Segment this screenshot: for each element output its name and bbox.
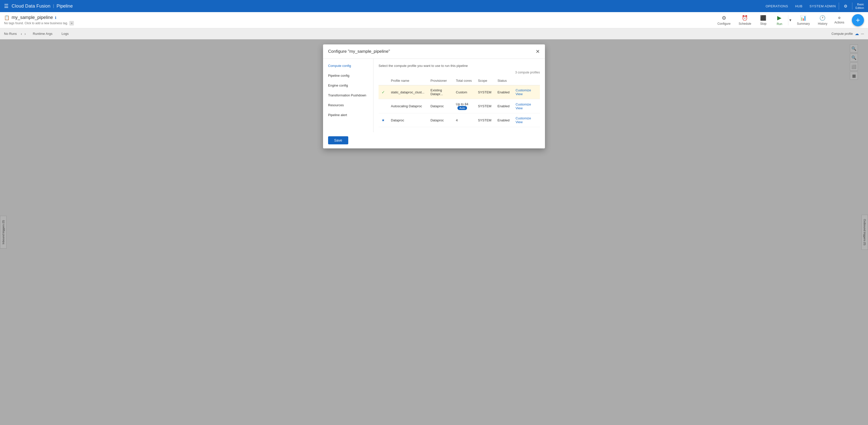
- modal-description: Select the compute profile you want to u…: [378, 64, 540, 68]
- view-link-0[interactable]: View: [516, 92, 523, 96]
- pipeline-type-icon: 📋: [4, 15, 9, 21]
- customize-link-0[interactable]: Customize: [516, 88, 531, 92]
- status-cell: Enabled: [495, 113, 513, 127]
- profile-name-cell: Dataproc: [388, 113, 428, 127]
- provisioner-cell: Existing Datapr...: [428, 85, 453, 99]
- modal-overlay: Configure "my_sample_pipeline" ✕ Compute…: [0, 39, 868, 425]
- add-tag-button[interactable]: +: [69, 21, 74, 26]
- nav-operations[interactable]: OPERATIONS: [766, 4, 788, 8]
- compute-profile-info: Compute profile ☁ —: [831, 31, 864, 36]
- nav-engine-config[interactable]: Engine config: [323, 81, 373, 90]
- schedule-button[interactable]: ⏰ Schedule: [735, 13, 755, 27]
- pipeline-name-row: 📋 my_sample_pipeline ℹ: [4, 15, 714, 21]
- cores-cell: 4: [453, 113, 475, 127]
- nav-pipeline-alert[interactable]: Pipeline alert: [323, 110, 373, 120]
- info-icon[interactable]: ℹ: [55, 16, 56, 20]
- customize-link-1[interactable]: Customize: [516, 103, 531, 106]
- nav-hub[interactable]: HUB: [795, 4, 802, 8]
- modal-sidebar: Compute config Pipeline config Engine co…: [323, 59, 373, 132]
- modal-footer: Save: [323, 132, 545, 148]
- runs-navigation: ‹ ›: [20, 31, 27, 36]
- provisioner-cell: Dataproc: [428, 99, 453, 113]
- actions-label: Actions: [834, 21, 844, 24]
- table-row[interactable]: Autoscaling Dataproc Dataproc Up to 84 A…: [378, 99, 540, 113]
- stop-icon: ⬛: [760, 15, 766, 21]
- cores-cell: Up to 84 Auto: [453, 99, 475, 113]
- stop-button[interactable]: ⬛ Stop: [756, 13, 771, 27]
- configure-label: Configure: [717, 22, 731, 26]
- modal-title: Configure "my_sample_pipeline": [328, 49, 390, 54]
- nav-compute-config[interactable]: Compute config: [323, 61, 373, 71]
- summary-label: Summary: [797, 22, 810, 26]
- col-header-profile-name: Profile name: [388, 76, 428, 85]
- actions-icon: ⚙: [838, 16, 841, 20]
- modal-body: Compute config Pipeline config Engine co…: [323, 59, 545, 132]
- pipeline-name: my_sample_pipeline: [11, 15, 53, 20]
- nav-resources[interactable]: Resources: [323, 100, 373, 110]
- col-header-actions: [513, 76, 540, 85]
- provisioner-cell: Dataproc: [428, 113, 453, 127]
- table-header-row: Profile name Provisioner Total cores Sco…: [378, 76, 540, 85]
- save-button[interactable]: Save: [328, 136, 348, 144]
- profiles-count: 3 compute profiles: [378, 71, 540, 74]
- add-pipeline-fab[interactable]: +: [852, 14, 864, 26]
- modal-content-area: Select the compute profile you want to u…: [373, 59, 545, 132]
- settings-icon[interactable]: ⚙: [842, 2, 849, 9]
- profiles-table: Profile name Provisioner Total cores Sco…: [378, 76, 540, 127]
- nav-system-admin[interactable]: SYSTEM ADMIN: [809, 4, 836, 8]
- nav-transformation-pushdown[interactable]: Transformation Pushdown: [323, 90, 373, 100]
- run-dropdown-button[interactable]: ▾: [788, 15, 792, 25]
- nav-divider2: [852, 2, 852, 9]
- runs-prev-button[interactable]: ‹: [20, 31, 23, 36]
- row-actions-cell: Customize View: [513, 99, 540, 113]
- table-row[interactable]: ★ Dataproc Dataproc 4 SYSTEM Enabled Cus…: [378, 113, 540, 127]
- col-header-scope: Scope: [475, 76, 494, 85]
- edition-badge: Basic Edition: [856, 2, 864, 10]
- pipeline-toolbar: 📋 my_sample_pipeline ℹ No tags found. Cl…: [0, 12, 868, 28]
- no-runs-label: No Runs: [4, 32, 17, 35]
- history-label: History: [818, 22, 827, 26]
- run-button[interactable]: ▶ Run: [772, 13, 787, 27]
- modal-header: Configure "my_sample_pipeline" ✕: [323, 45, 545, 59]
- row-select-icon: ★: [378, 113, 388, 127]
- compute-profile-dash: —: [861, 32, 864, 35]
- scope-cell: SYSTEM: [475, 85, 494, 99]
- table-row[interactable]: ✓ static_dataproc_clust... Existing Data…: [378, 85, 540, 99]
- status-cell: Enabled: [495, 99, 513, 113]
- runtime-args-button[interactable]: Runtime Args: [30, 31, 56, 36]
- col-header-status: Status: [495, 76, 513, 85]
- modal-close-button[interactable]: ✕: [536, 49, 540, 55]
- runs-bar: No Runs ‹ › Runtime Args Logs Compute pr…: [0, 28, 868, 39]
- run-label: Run: [777, 22, 782, 26]
- run-icon: ▶: [777, 15, 781, 21]
- configure-modal: Configure "my_sample_pipeline" ✕ Compute…: [323, 45, 545, 148]
- nav-pipeline-config[interactable]: Pipeline config: [323, 71, 373, 81]
- history-icon: 🕐: [819, 15, 826, 21]
- row-select-icon: [378, 99, 388, 113]
- logs-button[interactable]: Logs: [59, 31, 72, 36]
- nav-links: OPERATIONS HUB SYSTEM ADMIN: [766, 4, 836, 8]
- pipeline-info: 📋 my_sample_pipeline ℹ No tags found. Cl…: [4, 15, 714, 26]
- summary-button[interactable]: 📊 Summary: [793, 13, 813, 27]
- schedule-label: Schedule: [739, 22, 751, 26]
- view-link-2[interactable]: View: [516, 120, 523, 124]
- menu-icon[interactable]: ☰: [4, 3, 8, 9]
- history-button[interactable]: 🕐 History: [814, 13, 831, 27]
- configure-icon: ⚙: [722, 15, 726, 21]
- configure-button[interactable]: ⚙ Configure: [714, 13, 734, 27]
- pipeline-tags: No tags found. Click to add a new busine…: [4, 21, 714, 26]
- toolbar-actions: ⚙ Configure ⏰ Schedule ⬛ Stop ▶ Run ▾ 📊 …: [714, 13, 831, 27]
- schedule-icon: ⏰: [742, 15, 748, 21]
- runs-next-button[interactable]: ›: [24, 31, 27, 36]
- scope-cell: SYSTEM: [475, 99, 494, 113]
- customize-link-2[interactable]: Customize: [516, 116, 531, 120]
- nav-separator: |: [53, 4, 54, 8]
- cores-cell: Custom: [453, 85, 475, 99]
- nav-section: Pipeline: [57, 3, 73, 9]
- toolbar-right: ⚙ Actions +: [831, 14, 864, 26]
- brand-name: Cloud Data Fusion: [11, 3, 51, 9]
- actions-button[interactable]: ⚙ Actions: [831, 15, 848, 26]
- scope-cell: SYSTEM: [475, 113, 494, 127]
- view-link-1[interactable]: View: [516, 106, 523, 110]
- stop-label: Stop: [760, 22, 767, 26]
